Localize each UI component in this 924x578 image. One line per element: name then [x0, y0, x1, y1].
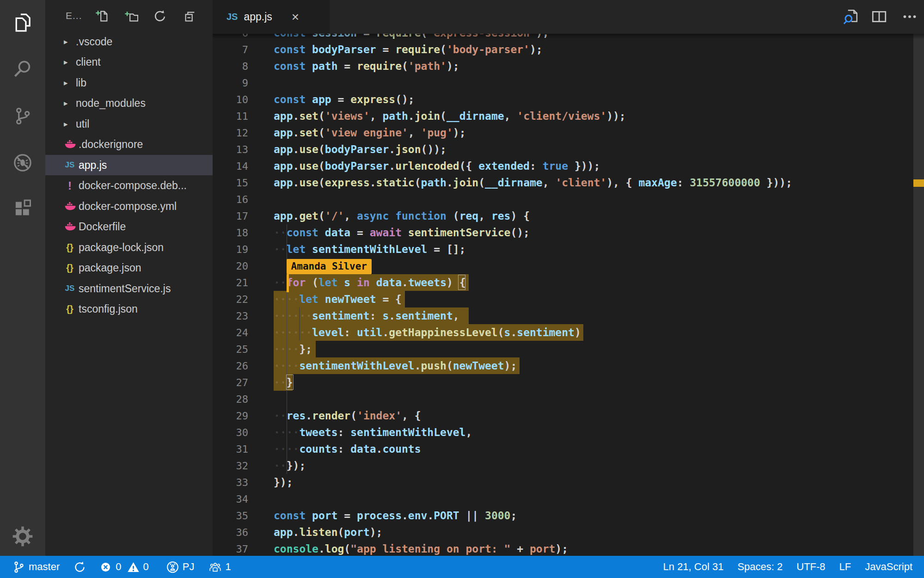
line-number: 14	[213, 158, 248, 175]
line-number: 18	[213, 225, 248, 241]
activity-bar	[0, 0, 45, 556]
status-people[interactable]: 1	[208, 560, 231, 574]
code-line-10: 10const app = express();	[213, 91, 924, 108]
code-line-22: 22····let newTweet = {	[213, 291, 924, 307]
line-number: 28	[213, 391, 248, 408]
code-line-11: 11app.set('views', path.join(__dirname, …	[213, 108, 924, 124]
activitybar-explorer-icon[interactable]	[12, 12, 33, 33]
tab-label: app.js	[244, 11, 272, 23]
chevron-right-icon: ▸	[64, 98, 76, 108]
line-number: 29	[213, 408, 248, 424]
js-file-icon: JS	[226, 12, 238, 22]
search-in-file-icon[interactable]	[842, 8, 859, 25]
code-line-36: 36app.listen(port);	[213, 524, 924, 541]
tree-item-package-lock-json[interactable]: {}package-lock.json	[45, 237, 213, 258]
code-line-15: 15app.use(express.static(path.join(__dir…	[213, 174, 924, 191]
status-javascript[interactable]: JavaScript	[865, 561, 912, 573]
status-live-share[interactable]: PJ	[166, 560, 195, 574]
line-number: 13	[213, 141, 248, 158]
line-number: 7	[213, 42, 248, 58]
tree-item-label: util	[76, 118, 89, 130]
tree-item-docker-compose-yml[interactable]: docker-compose.yml	[45, 196, 213, 216]
status-label: PJ	[183, 561, 195, 573]
chevron-right-icon: ▸	[64, 57, 76, 67]
status-ln-21-col-31[interactable]: Ln 21, Col 31	[663, 561, 724, 573]
status-sync[interactable]	[73, 560, 86, 574]
status-spaces-2[interactable]: Spaces: 2	[737, 561, 783, 573]
code-line-8: 8const path = require('path');	[213, 58, 924, 74]
tree-item-util[interactable]: ▸util	[45, 114, 213, 134]
line-number: 36	[213, 524, 248, 541]
code-line-7: 7const bodyParser = require('body-parser…	[213, 41, 924, 58]
tree-item-label: Dockerfile	[79, 221, 126, 233]
explorer-title: E...	[66, 10, 82, 21]
chevron-right-icon: ▸	[64, 37, 76, 47]
tree-item-label: package-lock.json	[79, 241, 164, 254]
tree-item-app-js[interactable]: JSapp.js	[45, 155, 213, 175]
js-file-icon: JS	[63, 160, 77, 170]
status-git-branch[interactable]: master	[12, 560, 60, 574]
code-line-26: 26····sentimentWithLevel.push(newTweet);	[213, 357, 924, 374]
collapse-all-icon[interactable]	[183, 9, 197, 23]
status-utf-8[interactable]: UTF-8	[796, 561, 825, 573]
chevron-right-icon: ▸	[64, 78, 76, 88]
code-line-30: 30····tweets: sentimentWithLevel,	[213, 424, 924, 441]
status-label: 0	[143, 561, 149, 573]
status-label: 1	[225, 561, 231, 573]
code-line-35: 35const port = process.env.PORT || 3000;	[213, 507, 924, 524]
status-warning[interactable]: 0	[127, 560, 149, 574]
line-number: 26	[213, 358, 248, 375]
line-number: 12	[213, 125, 248, 141]
live-share-icon	[166, 560, 179, 574]
code-line-25: 25····};	[213, 341, 924, 357]
new-file-icon[interactable]	[95, 9, 109, 23]
participant-nametag: Amanda Silver	[287, 259, 372, 274]
tab-appjs[interactable]: JS app.js ×	[213, 0, 330, 34]
activitybar-search-icon[interactable]	[12, 59, 33, 79]
tree-item-dockerfile[interactable]: Dockerfile	[45, 217, 213, 237]
split-editor-icon[interactable]	[871, 8, 887, 25]
tree-item-lib[interactable]: ▸lib	[45, 73, 213, 93]
chevron-right-icon: ▸	[64, 119, 76, 129]
docker-file-icon	[63, 139, 77, 150]
bracket-match-box	[286, 375, 294, 390]
code-line-32: 32··});	[213, 457, 924, 474]
new-folder-icon[interactable]	[124, 9, 138, 23]
status-error[interactable]: 0	[99, 560, 121, 574]
tree-item--vscode[interactable]: ▸.vscode	[45, 31, 213, 52]
code-line-23: 23······sentiment: s.sentiment,	[213, 307, 924, 324]
activitybar-debug-icon[interactable]	[12, 153, 33, 173]
line-number: 21	[213, 275, 248, 291]
tree-item-node-modules[interactable]: ▸node_modules	[45, 93, 213, 114]
refresh-icon[interactable]	[153, 9, 167, 23]
activitybar-settings-gear-icon[interactable]	[12, 526, 33, 547]
line-number: 31	[213, 441, 248, 458]
more-actions-icon[interactable]	[901, 8, 918, 25]
tree-item-client[interactable]: ▸client	[45, 52, 213, 73]
tree-item-package-json[interactable]: {}package.json	[45, 258, 213, 278]
tree-item-label: .vscode	[76, 36, 112, 48]
git-branch-icon	[12, 560, 25, 574]
editor-top-shadow	[213, 34, 924, 39]
explorer-sidebar: E... ▸.vscode▸client▸lib▸node_modules▸ut…	[45, 0, 213, 556]
line-number: 19	[213, 241, 248, 258]
tree-item-sentimentservice-js[interactable]: JSsentimentService.js	[45, 278, 213, 299]
line-number: 15	[213, 175, 248, 191]
code-line-9: 9	[213, 74, 924, 91]
status-lf[interactable]: LF	[839, 561, 851, 573]
tree-item-label: docker-compose.yml	[79, 200, 177, 213]
editor-scrollbar[interactable]	[913, 34, 924, 556]
status-label: 0	[116, 561, 121, 573]
line-number: 20	[213, 258, 248, 275]
line-number: 9	[213, 75, 248, 92]
activitybar-extensions-icon[interactable]	[12, 198, 33, 219]
code-line-21: 21··for (let s in data.tweets) {	[213, 274, 924, 291]
code-area[interactable]: 6const session = require('express-sessio…	[213, 25, 924, 556]
sync-icon	[73, 560, 86, 574]
activitybar-source-control-icon[interactable]	[12, 106, 33, 126]
tree-item--dockerignore[interactable]: .dockerignore	[45, 135, 213, 155]
tree-item-docker-compose-deb-[interactable]: !docker-compose.deb...	[45, 176, 213, 196]
line-number: 24	[213, 325, 248, 341]
tab-close-icon[interactable]: ×	[292, 11, 299, 24]
tree-item-tsconfig-json[interactable]: {}tsconfig.json	[45, 299, 213, 320]
